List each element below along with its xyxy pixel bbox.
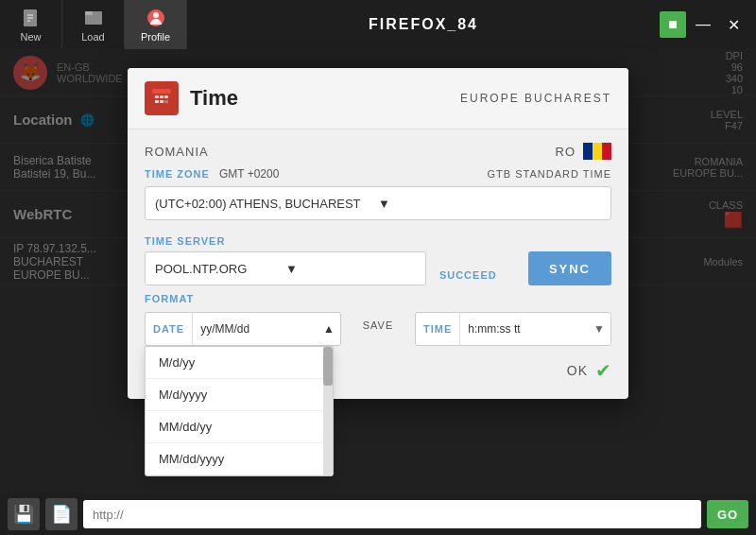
dropdown-item-3[interactable]: MM/dd/yyyy [146,443,333,475]
server-row: TIME SERVER POOL.NTP.ORG ▼ SUCCEED SYNC [145,235,611,285]
format-row: DATE yy/MM/dd ▲ M/d/yy M/d/yyyy MM/dd/yy… [145,312,611,346]
format-label: FORMAT [145,293,611,304]
dropdown-item-0[interactable]: M/d/yy [146,347,333,379]
page-icon-btn[interactable]: 📄 [45,498,77,530]
modal-icon [145,81,179,115]
load-button[interactable]: Load [62,0,125,49]
format-section: FORMAT DATE yy/MM/dd ▲ M/d/yy M/d/yyyy [145,293,611,382]
toolbar: New Load Profile FIREFOX_84 ■ — ✕ [0,0,756,49]
scrollbar-thumb [323,347,333,386]
minimize-button[interactable]: — [690,11,716,38]
modal-overlay: Time EUROPE BUCHAREST ROMANIA RO [0,49,756,493]
save-col: SAVE [354,312,402,331]
svg-rect-18 [602,143,611,160]
succeed-label: SUCCEED [439,269,515,281]
country-code-text: RO [556,145,576,159]
time-arrow: ▼ [588,322,610,336]
country-row: ROMANIA RO [145,143,611,160]
load-icon [83,8,104,28]
modal-region: EUROPE BUCHAREST [460,92,611,105]
dropdown-scrollbar[interactable] [323,347,333,475]
svg-rect-16 [583,143,593,160]
dropdown-item-1[interactable]: M/d/yyyy [146,379,333,411]
date-label: DATE [146,313,193,345]
svg-rect-10 [155,95,159,98]
time-label: TIME [416,313,460,345]
app-title: FIREFOX_84 [187,0,660,49]
time-icon [151,88,172,109]
time-col: TIME h:mm:ss tt ▼ [415,312,611,346]
svg-rect-12 [164,95,168,98]
new-label: New [20,31,41,43]
window-controls: ■ — ✕ [660,0,756,49]
romania-flag [583,143,611,160]
sync-button[interactable]: SYNC [528,251,611,285]
succeed-col: SUCCEED [439,269,515,285]
go-button[interactable]: GO [707,500,748,528]
svg-rect-15 [164,100,168,103]
save-label: SAVE [363,319,394,331]
tz-row: TIME ZONE GMT +0200 GTB STANDARD TIME [145,167,611,181]
profile-label: Profile [141,31,170,43]
ok-check-icon[interactable]: ✔ [595,359,611,382]
modal-title: Time [190,86,238,111]
server-label: TIME SERVER [145,235,426,247]
dropdown-item-2[interactable]: MM/dd/yy [146,411,333,443]
new-icon [21,8,42,28]
tz-std: GTB STANDARD TIME [488,168,612,180]
server-value: POOL.NTP.ORG [155,262,285,276]
server-arrow: ▼ [285,262,416,276]
profile-button[interactable]: Profile [125,0,187,49]
tz-select[interactable]: (UTC+02:00) ATHENS, BUCHAREST ▼ [145,186,611,220]
date-arrow: ▲ [318,322,340,336]
new-button[interactable]: New [0,0,62,49]
server-select[interactable]: POOL.NTP.ORG ▼ [145,251,426,285]
modal-header: Time EUROPE BUCHAREST [128,68,628,129]
time-select[interactable]: TIME h:mm:ss tt ▼ [415,312,611,346]
time-modal: Time EUROPE BUCHAREST ROMANIA RO [128,68,628,399]
date-select[interactable]: DATE yy/MM/dd ▲ [145,312,341,346]
svg-rect-13 [155,100,159,103]
bottom-bar: 💾 📄 GO [0,493,756,535]
modal-body: ROMANIA RO TIME ZONE GMT +0200 GTB STAND… [128,129,628,399]
tz-value: GMT +0200 [219,167,279,181]
load-label: Load [81,31,104,43]
url-input[interactable] [83,500,701,528]
country-name: ROMANIA [145,145,209,159]
svg-rect-11 [160,95,163,98]
green-button[interactable]: ■ [660,11,686,38]
date-value: yy/MM/dd [193,322,318,336]
server-col: TIME SERVER POOL.NTP.ORG ▼ [145,235,426,285]
tz-label: TIME ZONE [145,168,210,180]
country-code: RO [556,143,612,160]
date-col: DATE yy/MM/dd ▲ M/d/yy M/d/yyyy MM/dd/yy… [145,312,341,346]
svg-rect-17 [593,143,602,160]
time-value: h:mm:ss tt [460,322,588,336]
tz-select-value: (UTC+02:00) ATHENS, BUCHAREST [155,197,378,211]
profile-icon [146,8,166,28]
ok-label: OK [567,363,588,378]
close-button[interactable]: ✕ [720,11,747,38]
tz-dropdown-arrow: ▼ [378,197,601,211]
date-dropdown-list: M/d/yy M/d/yyyy MM/dd/yy MM/dd/yyyy [145,346,334,476]
svg-rect-9 [152,89,171,94]
svg-rect-14 [160,100,163,103]
svg-rect-5 [85,11,93,15]
tz-select-row: (UTC+02:00) ATHENS, BUCHAREST ▼ [145,186,611,220]
svg-point-7 [153,12,159,18]
save-icon-btn[interactable]: 💾 [8,498,40,530]
